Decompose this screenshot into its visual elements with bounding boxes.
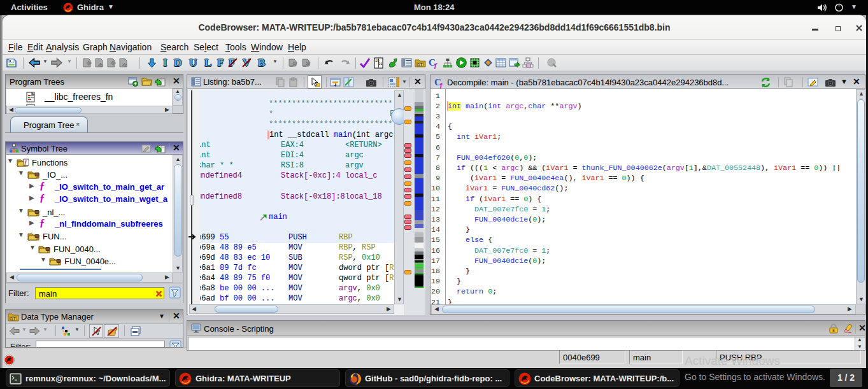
svg-text:f: f (440, 81, 443, 88)
svg-text:01: 01 (378, 62, 383, 66)
svg-text:DT: DT (417, 62, 423, 67)
svg-text:f: f (434, 61, 438, 69)
svg-text:DT: DT (10, 316, 16, 321)
